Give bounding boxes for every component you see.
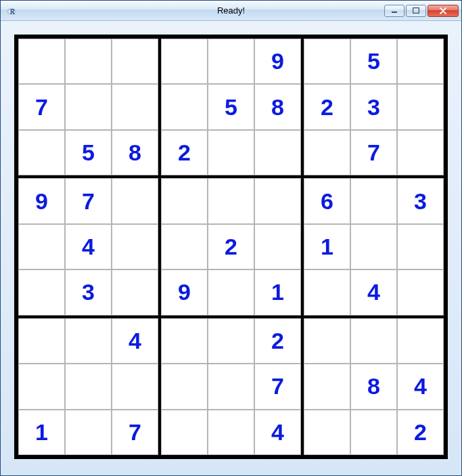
sudoku-cell[interactable] (161, 224, 208, 269)
sudoku-cell[interactable]: 7 (112, 410, 158, 455)
sudoku-box: 417 (17, 317, 160, 456)
sudoku-box: 9743 (17, 177, 160, 316)
sudoku-box: 842 (302, 317, 445, 456)
sudoku-cell[interactable] (304, 269, 350, 315)
sudoku-cell[interactable]: 1 (254, 269, 301, 315)
sudoku-cell[interactable]: 5 (350, 39, 397, 84)
sudoku-cell[interactable]: 2 (304, 84, 350, 129)
sudoku-cell[interactable] (65, 84, 112, 129)
sudoku-cell[interactable]: 7 (254, 364, 301, 409)
sudoku-cell[interactable] (208, 178, 254, 223)
sudoku-cell[interactable] (112, 84, 158, 129)
sudoku-cell[interactable] (208, 130, 254, 175)
sudoku-cell[interactable]: 9 (18, 178, 65, 223)
sudoku-cell[interactable] (161, 364, 208, 409)
sudoku-cell[interactable]: 4 (350, 269, 397, 315)
sudoku-cell[interactable]: 2 (397, 410, 444, 455)
sudoku-cell[interactable] (397, 318, 444, 364)
sudoku-cell[interactable] (18, 318, 65, 364)
sudoku-cell[interactable] (350, 178, 397, 223)
sudoku-cell[interactable] (350, 224, 397, 269)
sudoku-cell[interactable]: 4 (254, 410, 301, 455)
sudoku-cell[interactable] (65, 410, 112, 455)
sudoku-cell[interactable] (397, 269, 444, 315)
sudoku-cell[interactable] (112, 224, 158, 269)
sudoku-cell[interactable] (65, 318, 112, 364)
sudoku-cell[interactable] (112, 364, 158, 409)
sudoku-cell[interactable] (112, 178, 158, 223)
sudoku-cell[interactable] (304, 410, 350, 455)
sudoku-cell[interactable] (208, 410, 254, 455)
sudoku-box: 9582 (160, 37, 302, 177)
sudoku-cell[interactable]: 2 (208, 224, 254, 269)
sudoku-cell[interactable] (254, 224, 301, 269)
sudoku-cell[interactable]: 9 (161, 269, 208, 315)
sudoku-cell[interactable] (397, 130, 444, 175)
sudoku-cell[interactable] (161, 178, 208, 223)
sudoku-cell[interactable] (65, 39, 112, 84)
sudoku-cell[interactable] (397, 224, 444, 269)
sudoku-box: 291 (160, 177, 302, 316)
sudoku-cell[interactable]: 4 (112, 318, 158, 364)
sudoku-cell[interactable]: 8 (112, 130, 158, 175)
sudoku-cell[interactable] (161, 410, 208, 455)
sudoku-box: 274 (160, 317, 302, 456)
sudoku-box: 5237 (302, 37, 445, 177)
sudoku-cell[interactable]: 8 (350, 364, 397, 409)
minimize-button[interactable] (384, 5, 405, 17)
sudoku-cell[interactable] (254, 130, 301, 175)
sudoku-cell[interactable] (208, 39, 254, 84)
sudoku-cell[interactable]: 9 (254, 39, 301, 84)
sudoku-cell[interactable] (18, 39, 65, 84)
sudoku-cell[interactable] (304, 130, 350, 175)
window-controls (383, 5, 461, 17)
sudoku-cell[interactable] (397, 84, 444, 129)
sudoku-cell[interactable] (161, 84, 208, 129)
sudoku-cell[interactable] (208, 364, 254, 409)
sudoku-board: 7589582523797432916314417274842 (14, 35, 448, 459)
sudoku-cell[interactable]: 4 (397, 364, 444, 409)
sudoku-cell[interactable]: 3 (397, 178, 444, 223)
sudoku-cell[interactable] (254, 178, 301, 223)
sudoku-cell[interactable]: 4 (65, 224, 112, 269)
sudoku-cell[interactable]: 8 (254, 84, 301, 129)
sudoku-cell[interactable] (304, 364, 350, 409)
sudoku-cell[interactable] (65, 364, 112, 409)
sudoku-cell[interactable] (18, 269, 65, 315)
sudoku-cell[interactable]: 2 (254, 318, 301, 364)
sudoku-cell[interactable]: 5 (208, 84, 254, 129)
close-button[interactable] (428, 5, 459, 17)
sudoku-cell[interactable] (304, 318, 350, 364)
maximize-button[interactable] (406, 5, 426, 17)
sudoku-cell[interactable]: 3 (350, 84, 397, 129)
sudoku-cell[interactable] (112, 269, 158, 315)
sudoku-box: 6314 (302, 177, 445, 316)
sudoku-cell[interactable]: 7 (18, 84, 65, 129)
sudoku-cell[interactable]: 7 (65, 178, 112, 223)
sudoku-cell[interactable]: 2 (161, 130, 208, 175)
sudoku-cell[interactable]: 1 (304, 224, 350, 269)
sudoku-box: 758 (17, 37, 160, 177)
sudoku-cell[interactable]: 6 (304, 178, 350, 223)
sudoku-cell[interactable] (112, 39, 158, 84)
sudoku-cell[interactable] (18, 224, 65, 269)
sudoku-cell[interactable] (350, 318, 397, 364)
sudoku-cell[interactable]: 7 (350, 130, 397, 175)
sudoku-cell[interactable] (161, 318, 208, 364)
sudoku-cell[interactable] (397, 39, 444, 84)
sudoku-cell[interactable] (18, 364, 65, 409)
sudoku-cell[interactable]: 5 (65, 130, 112, 175)
svg-rect-3 (413, 8, 419, 14)
app-icon (6, 5, 17, 16)
sudoku-cell[interactable] (304, 39, 350, 84)
sudoku-cell[interactable]: 3 (65, 269, 112, 315)
sudoku-cell[interactable] (208, 318, 254, 364)
client-area: 7589582523797432916314417274842 (1, 21, 461, 475)
titlebar[interactable]: Ready! (1, 1, 461, 21)
sudoku-cell[interactable]: 1 (18, 410, 65, 455)
sudoku-cell[interactable] (18, 130, 65, 175)
sudoku-cell[interactable] (208, 269, 254, 315)
sudoku-cell[interactable] (350, 410, 397, 455)
sudoku-cell[interactable] (161, 39, 208, 84)
svg-rect-2 (392, 12, 397, 13)
